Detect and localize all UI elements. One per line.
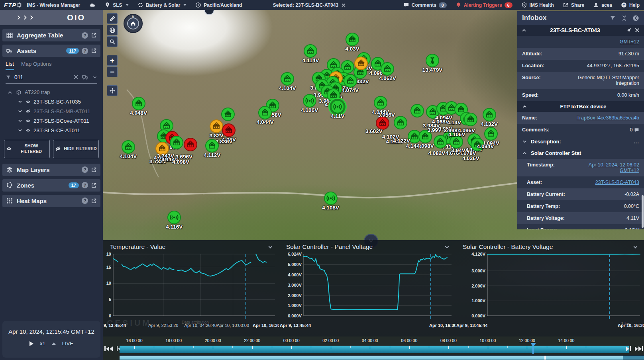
share-button[interactable]: Share (563, 2, 584, 8)
tree-item[interactable]: 23T-SLS-BC-AT035 (18, 99, 99, 105)
map-marker-trap[interactable] (464, 113, 477, 126)
tab-map-options[interactable]: Map Options (21, 61, 52, 70)
asset-filter-input[interactable]: 011 (6, 73, 97, 84)
filter-value[interactable]: 011 (14, 74, 70, 80)
map-marker-trap[interactable]: 4.114V (304, 44, 317, 58)
chevron-down-icon[interactable] (92, 75, 97, 80)
map-marker-trap[interactable]: 4.112V (205, 139, 219, 153)
map-marker-trap[interactable]: 4.104V (122, 140, 135, 154)
chart-plot[interactable]: 4.120V3.000V2.000V1.000V0.000V (456, 251, 644, 322)
map-marker-trap[interactable]: 4.044V (374, 96, 387, 110)
map-marker-trap[interactable]: 4.132V (483, 108, 496, 121)
timeline-scroll-thumb[interactable] (120, 356, 623, 360)
asset-type-truck-icon[interactable] (82, 73, 89, 81)
data-attribution[interactable]: Data attribution (182, 320, 209, 325)
globe-view-button[interactable] (107, 25, 118, 35)
map-marker-trap[interactable]: 4.03V (346, 33, 359, 46)
close-icon[interactable] (634, 27, 640, 33)
map-marker-tower[interactable]: 13.479V (426, 54, 439, 67)
infobox-scrollbar[interactable] (642, 195, 644, 228)
map-marker-radio-selected[interactable]: 4.11V (331, 100, 344, 113)
home-view-button[interactable] (127, 18, 139, 29)
map-marker-trap[interactable]: 4.094V (484, 127, 498, 141)
pan-mode-button[interactable] (107, 85, 118, 96)
chart-plot[interactable]: 6.024V5.000V4.000V3.000V2.000V1.000V0.00… (279, 251, 456, 322)
clear-selection-icon[interactable] (341, 3, 346, 8)
infobox-section-header[interactable]: FTP IoTBox device (517, 101, 644, 112)
chevron-up-icon[interactable] (521, 27, 527, 33)
map-marker-trap[interactable] (410, 104, 424, 117)
map-marker-trap[interactable] (170, 136, 183, 149)
zoom-out-button[interactable]: − (107, 67, 118, 77)
tree-root-at220-trap[interactable]: AT220 trap (7, 89, 99, 95)
search-area-button[interactable] (107, 36, 118, 47)
infobox-back-icon[interactable] (632, 15, 639, 22)
infobox-value-link[interactable]: Apr 10, 2024, 12:06:02 (589, 162, 639, 168)
map-marker-radio[interactable]: 4.116V (167, 211, 181, 224)
infobox-subsection-header[interactable]: Solar Controller Stat (517, 147, 644, 159)
infobox-value-link[interactable]: 23T-SLS-BC-AT043 (595, 180, 639, 185)
timeline-playhead[interactable] (530, 343, 536, 354)
hide-filtered-button[interactable]: HIDE FILTERED (53, 140, 99, 158)
step-forward-button[interactable] (626, 346, 631, 351)
menu-sls[interactable]: SLS (104, 2, 128, 8)
help-icon[interactable]: ? (82, 48, 88, 54)
open-external-icon[interactable] (91, 182, 97, 188)
timeline-scrollbar[interactable] (120, 355, 644, 360)
chart-plot[interactable]: 19151050 (103, 251, 279, 322)
aggregate-table-section[interactable]: Aggregate Table ? (2, 29, 100, 41)
map-marker-trap[interactable]: 4.104V (281, 72, 294, 86)
map-marker-trap[interactable] (394, 116, 407, 129)
map-layers-section[interactable]: Map Layers ? (2, 164, 100, 176)
tab-list[interactable]: List (6, 61, 14, 70)
comments-button[interactable]: Comments0 (403, 2, 447, 8)
map-marker-trap[interactable]: 4.044V (258, 106, 272, 119)
map-marker-trap[interactable]: 4.074V (344, 74, 357, 88)
map-marker-radio[interactable]: 4.106V (303, 94, 316, 108)
map-marker-trap[interactable]: 4.06V (222, 123, 236, 137)
measure-tool-button[interactable] (107, 13, 118, 24)
ims-health-button[interactable]: IMS Health (521, 2, 554, 8)
map-marker-radio[interactable]: 4.108V (324, 192, 338, 205)
map-marker-trap[interactable] (184, 138, 197, 151)
infobox-description-row[interactable]: Description:... (517, 136, 644, 147)
map-marker-trap[interactable] (221, 108, 235, 121)
heat-maps-section[interactable]: Heat Maps ? (2, 195, 100, 207)
play-button[interactable] (29, 341, 33, 346)
tree-item[interactable]: 23T-SLS-CF-AT011 (18, 127, 99, 133)
infobox-value-link[interactable]: GMT+12 (589, 168, 639, 173)
open-external-icon[interactable] (91, 48, 97, 54)
map-marker-trap[interactable]: 3.82V (210, 119, 223, 133)
tree-item[interactable]: 23T-SLS-BC-MB-AT011 (18, 108, 99, 114)
description-more-button[interactable]: ... (634, 139, 639, 145)
speed-up-icon[interactable] (52, 342, 56, 345)
map-marker-trap[interactable] (354, 57, 368, 70)
live-toggle[interactable]: LIVE (62, 340, 73, 346)
alerting-triggers-button[interactable]: Alerting Triggers6 (456, 2, 512, 8)
zones-section[interactable]: Zones 17? (2, 179, 100, 192)
chevron-down-icon[interactable] (267, 244, 273, 250)
help-icon[interactable]: ? (82, 32, 88, 39)
sidebar-expand-button[interactable] (16, 15, 34, 20)
tree-item[interactable]: 23T-SLS-BCove-AT011 (18, 118, 99, 124)
show-filtered-button[interactable]: SHOW FILTERED (4, 140, 50, 158)
help-icon[interactable]: ? (82, 182, 88, 188)
assets-section[interactable]: Assets 117? (2, 45, 100, 57)
skip-to-start-button[interactable] (104, 346, 113, 351)
user-menu[interactable]: acea (593, 2, 612, 8)
help-button[interactable]: Help (621, 2, 640, 8)
map-marker-trap[interactable]: 4.062V (381, 62, 394, 76)
infobox-collapse-icon[interactable] (621, 15, 628, 22)
map-marker-trap[interactable]: 4.048V (132, 97, 145, 110)
open-external-icon[interactable] (91, 167, 97, 173)
collapse-icon[interactable] (7, 90, 13, 95)
clear-filter-icon[interactable] (73, 74, 79, 80)
chevron-down-icon[interactable] (444, 244, 450, 250)
skip-to-end-button[interactable] (635, 346, 643, 351)
infobox-value-link[interactable]: GMT+12 (620, 39, 639, 45)
playback-speed[interactable]: x1 (40, 340, 45, 346)
help-icon[interactable]: ? (82, 198, 88, 204)
open-external-icon[interactable] (91, 198, 97, 204)
timeline-strip[interactable] (120, 346, 629, 353)
chevron-down-icon[interactable] (632, 244, 638, 250)
